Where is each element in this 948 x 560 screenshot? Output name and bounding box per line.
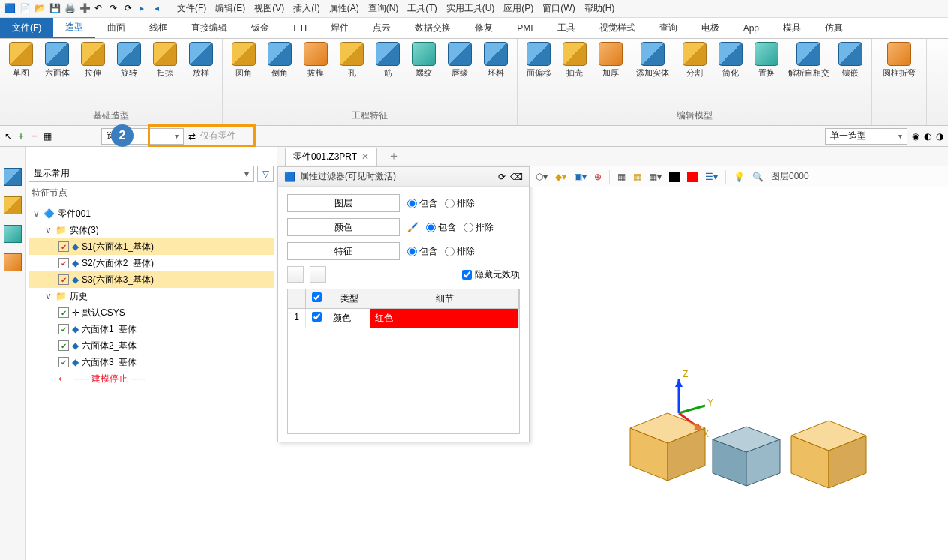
minus-icon[interactable]: － xyxy=(30,130,39,142)
open-folder-button[interactable] xyxy=(287,266,304,283)
color-swatch-black[interactable] xyxy=(669,172,680,182)
ribbon-tab[interactable]: 曲面 xyxy=(95,18,137,38)
tree-history-item[interactable]: ✔◆六面体3_基体 xyxy=(28,354,274,370)
viewport[interactable]: 零件001.Z3PRT ✕ ＋ 🟦 属性过滤器(可见时激活) ⟳ ⌫ 图层 包含… xyxy=(278,147,948,560)
color-picker-icon[interactable]: 🖌️ xyxy=(407,222,418,232)
color-include[interactable]: 包含 xyxy=(426,221,456,234)
tool-thread[interactable]: 螺纹 xyxy=(407,42,440,79)
tree-history-item[interactable]: ✔◆六面体2_基体 xyxy=(28,337,274,354)
tool-simplify[interactable]: 简化 xyxy=(714,42,747,79)
bulb-icon[interactable]: 💡 xyxy=(734,172,745,182)
menu-attr[interactable]: 属性(A) xyxy=(329,2,359,15)
ribbon-tab[interactable]: 线框 xyxy=(137,18,179,38)
tool-sweep[interactable]: 扫掠 xyxy=(148,42,182,79)
filter-icon[interactable]: ▽ xyxy=(257,166,274,182)
box-icon[interactable]: ▣▾ xyxy=(574,172,586,182)
feature-field[interactable]: 特征 xyxy=(287,242,400,260)
tree-root[interactable]: ∨🔷零件001 xyxy=(28,205,274,222)
menu-util[interactable]: 实用工具(U) xyxy=(446,2,495,15)
tree-entities[interactable]: ∨📁实体(3) xyxy=(28,222,274,238)
ribbon-tab[interactable]: 钣金 xyxy=(239,18,281,38)
restore-icon[interactable]: ⟳ xyxy=(498,172,506,182)
tool-stock[interactable]: 坯料 xyxy=(479,42,512,79)
tool-chamfer[interactable]: 倒角 xyxy=(263,42,296,79)
menu-help[interactable]: 帮助(H) xyxy=(584,2,615,15)
tool-extrude[interactable]: 拉伸 xyxy=(76,42,110,79)
grid3-icon[interactable]: ▦▾ xyxy=(649,172,662,182)
bulb2-icon[interactable]: 🔍 xyxy=(752,172,764,182)
image-icon[interactable] xyxy=(4,225,22,243)
ribbon-tab[interactable]: 焊件 xyxy=(319,18,361,38)
ribbon-tab[interactable]: 修复 xyxy=(463,18,505,38)
tool-replace[interactable]: 置换 xyxy=(750,42,783,79)
tool-loft[interactable]: 放样 xyxy=(184,42,218,79)
grid-row[interactable]: 1 颜色 红色 xyxy=(288,309,519,328)
redo-icon[interactable]: ↷ xyxy=(110,3,122,15)
add-icon[interactable]: ➕ xyxy=(80,3,92,15)
tool-shell[interactable]: 抽壳 xyxy=(558,42,591,79)
layer-include[interactable]: 包含 xyxy=(407,197,437,210)
tool-inlay[interactable]: 镶嵌 xyxy=(834,42,867,79)
save-icon[interactable]: 💾 xyxy=(50,3,62,15)
menu-file[interactable]: 文件(F) xyxy=(177,2,206,15)
layer-stack-icon[interactable]: ☰▾ xyxy=(705,172,718,182)
color-exclude[interactable]: 排除 xyxy=(464,221,494,234)
panel-close-icon[interactable]: ⌫ xyxy=(510,172,523,182)
open-icon[interactable]: 📂 xyxy=(34,3,46,15)
menu-query[interactable]: 查询(N) xyxy=(368,2,399,15)
grid-icon[interactable]: ▦ xyxy=(44,131,52,142)
tool-rib[interactable]: 筋 xyxy=(371,42,404,79)
tool-selfx[interactable]: 解析自相交 xyxy=(786,42,831,79)
menu-tool[interactable]: 工具(T) xyxy=(407,2,436,15)
new-tab-button[interactable]: ＋ xyxy=(383,148,404,164)
plus-icon[interactable]: ＋ xyxy=(16,130,26,142)
tool-cube[interactable]: 六面体 xyxy=(40,42,74,79)
ribbon-tab-file[interactable]: 文件(F) xyxy=(0,18,53,38)
ribbon-tab[interactable]: 数据交换 xyxy=(403,18,463,38)
layer-field[interactable]: 图层 xyxy=(287,194,400,212)
back-icon[interactable]: ◂ xyxy=(154,3,166,15)
refresh-icon[interactable]: ⟳ xyxy=(124,3,136,15)
package-icon[interactable] xyxy=(4,196,22,214)
tool-split[interactable]: 分割 xyxy=(678,42,711,79)
tree-mode-icon[interactable] xyxy=(4,168,22,186)
tool-cylbend[interactable]: 圆柱折弯 xyxy=(877,42,922,79)
cursor-icon[interactable]: ↖ xyxy=(4,131,12,142)
user-icon[interactable] xyxy=(4,253,22,271)
menu-insert[interactable]: 插入(I) xyxy=(293,2,320,15)
misc-icon[interactable]: ◑ xyxy=(936,131,944,142)
hide-invalid-checkbox[interactable]: 隐藏无效项 xyxy=(462,268,520,281)
close-tab-icon[interactable]: ✕ xyxy=(362,151,369,162)
row-chk[interactable] xyxy=(306,309,328,328)
undo-icon[interactable]: ↶ xyxy=(94,3,106,15)
ribbon-tab-shape[interactable]: 造型 xyxy=(53,18,95,38)
layer-exclude[interactable]: 排除 xyxy=(445,197,475,210)
ribbon-tab[interactable]: 工具 xyxy=(545,18,587,38)
menu-app[interactable]: 应用(P) xyxy=(503,2,533,15)
menu-edit[interactable]: 编辑(E) xyxy=(215,2,245,15)
tool-addsolid[interactable]: 添加实体 xyxy=(630,42,675,79)
tree-entity[interactable]: ✔◆S2(六面体2_基体) xyxy=(28,255,274,271)
target-icon[interactable]: ⊕ xyxy=(594,172,602,182)
ribbon-tab[interactable]: PMI xyxy=(505,18,544,38)
tree-history[interactable]: ∨📁历史 xyxy=(28,288,274,304)
tool-draft[interactable]: 拔模 xyxy=(299,42,332,79)
tree-entity[interactable]: ✔◆S3(六面体3_基体) xyxy=(28,271,274,288)
grid1-icon[interactable]: ▦ xyxy=(617,172,626,182)
tool-lip[interactable]: 唇缘 xyxy=(443,42,476,79)
tree-entity[interactable]: ✔◆S1(六面体1_基体) xyxy=(28,238,274,255)
ribbon-tab[interactable]: 直接编辑 xyxy=(179,18,239,38)
tree-history-item[interactable]: ✔✛默认CSYS xyxy=(28,304,274,321)
layer-label[interactable]: 图层0000 xyxy=(771,170,809,183)
save-folder-button[interactable] xyxy=(310,266,326,283)
cube-icon[interactable]: ⬡▾ xyxy=(536,172,548,182)
ribbon-tab[interactable]: 视觉样式 xyxy=(587,18,647,38)
feature-exclude[interactable]: 排除 xyxy=(445,245,475,258)
ribbon-tab[interactable]: 模具 xyxy=(771,18,813,38)
tool-sketch[interactable]: 草图 xyxy=(4,42,38,79)
style-icon[interactable]: ◆▾ xyxy=(555,172,566,182)
tree-history-item[interactable]: ✔◆六面体1_基体 xyxy=(28,321,274,337)
tool-offset[interactable]: 面偏移 xyxy=(522,42,555,79)
display-selector[interactable]: 显示常用 xyxy=(28,166,254,182)
tool-thicken[interactable]: 加厚 xyxy=(594,42,627,79)
